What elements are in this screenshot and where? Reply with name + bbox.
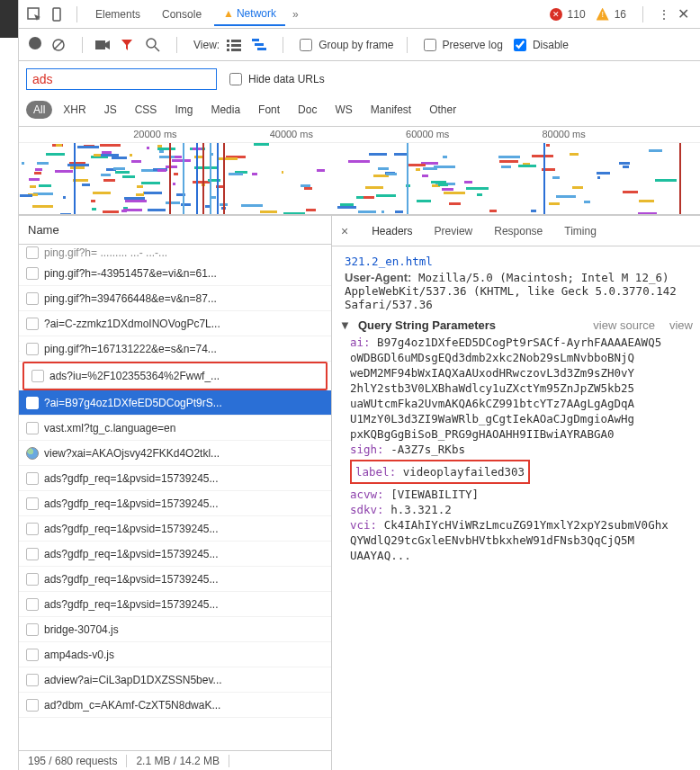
preserve-log-checkbox[interactable]: Preserve log bbox=[420, 36, 503, 54]
request-name: ad?dbm_c=AKAmf-CzXT5N8dwaK... bbox=[44, 699, 220, 712]
detail-tab-headers[interactable]: Headers bbox=[361, 219, 423, 243]
request-row[interactable]: ?ai=C-zzmkz1DXdmoINOVogPc7L... bbox=[19, 311, 331, 336]
svg-point-5 bbox=[147, 39, 156, 48]
search-icon[interactable] bbox=[146, 38, 164, 52]
user-agent-label: User-Agent: bbox=[345, 271, 411, 284]
request-row[interactable]: ping.gif?h=167131222&e=s&n=74... bbox=[19, 336, 331, 362]
disclosure-triangle-icon[interactable]: ▼ bbox=[339, 318, 351, 332]
param-ai-cont: oWDBGDl6uMDsgEQd3dmb2xkc2Nob29sLmNvbboBN… bbox=[350, 351, 698, 364]
type-filter-xhr[interactable]: XHR bbox=[56, 101, 93, 119]
request-row[interactable]: ads?gdfp_req=1&pvsid=15739245... bbox=[19, 491, 331, 516]
request-row[interactable]: amp4ads-v0.js bbox=[19, 642, 331, 667]
query-params-block: ai: B97g4oz1DXfeED5DCogPt9rSACf-AyrhFAAA… bbox=[350, 336, 698, 562]
file-icon bbox=[26, 246, 39, 259]
separator bbox=[76, 6, 77, 22]
hide-data-urls-checkbox[interactable]: Hide data URLs bbox=[226, 70, 325, 88]
file-icon bbox=[31, 370, 44, 382]
param-ai-cont: 2hlY2stb3V0LXBhaWdlcy1uZXctYm95ZnJpZW5kb… bbox=[350, 381, 698, 395]
device-icon[interactable] bbox=[48, 4, 67, 24]
file-icon bbox=[26, 674, 39, 686]
waterfall-view-icon[interactable] bbox=[252, 39, 270, 51]
file-icon bbox=[26, 623, 39, 636]
tab-network[interactable]: ▲Network bbox=[214, 2, 285, 26]
clear-icon[interactable] bbox=[51, 38, 69, 52]
request-name: ?ai=C-zzmkz1DXdmoINOVogPc7L... bbox=[44, 318, 220, 330]
separator bbox=[283, 37, 283, 53]
request-row[interactable]: ad?dbm_c=AKAmf-CzXT5N8dwaK... bbox=[19, 693, 331, 718]
filter-row: Hide data URLs bbox=[19, 61, 700, 97]
detail-tab-response[interactable]: Response bbox=[483, 219, 553, 243]
url-fragment: 321.2_en.html bbox=[345, 255, 698, 268]
type-filter-other[interactable]: Other bbox=[422, 101, 463, 119]
headers-panel: 321.2_en.html User-Agent: Mozilla/5.0 (M… bbox=[332, 246, 700, 770]
link-view-encoded[interactable]: view bbox=[669, 318, 693, 332]
type-filter-all[interactable]: All bbox=[26, 101, 52, 119]
request-row[interactable]: ads?gdfp_req=1&pvsid=15739245... bbox=[19, 542, 331, 567]
type-filter-row: AllXHRJSCSSImgMediaFontDocWSManifestOthe… bbox=[19, 97, 700, 127]
devtools-tabs: Elements Console ▲Network » ✕ 110 ! 16 ⋮… bbox=[19, 0, 700, 29]
camera-icon[interactable] bbox=[95, 39, 113, 51]
error-count[interactable]: 110 bbox=[568, 8, 586, 21]
network-toolbar: View: Group by frame Preserve log Disabl… bbox=[19, 29, 700, 61]
request-row[interactable]: ping.gif?h=394766448&e=v&n=87... bbox=[19, 286, 331, 311]
request-name: ads?gdfp_req=1&pvsid=15739245... bbox=[44, 497, 219, 510]
separator bbox=[407, 37, 408, 53]
column-name-header[interactable]: Name bbox=[19, 216, 331, 245]
error-icon: ✕ bbox=[550, 8, 562, 21]
status-bar: 195 / 680 requests 2.1 MB / 14.2 MB bbox=[19, 750, 331, 770]
overview-waterfall[interactable]: 20000 ms40000 ms60000 ms80000 ms bbox=[19, 127, 700, 215]
request-row[interactable]: ?ai=B97g4oz1DXfeED5DCogPt9rS... bbox=[19, 390, 331, 416]
request-row[interactable]: ping.gif?h=-43951457&e=vi&n=61... bbox=[19, 261, 331, 286]
request-row[interactable]: ads?gdfp_req=1&pvsid=15739245... bbox=[19, 466, 331, 491]
disable-cache-checkbox[interactable]: Disable bbox=[510, 36, 569, 54]
request-name: amp4ads-v0.js bbox=[44, 649, 114, 661]
link-view-source[interactable]: view source bbox=[593, 318, 655, 332]
type-filter-media[interactable]: Media bbox=[203, 101, 247, 119]
warning-count[interactable]: 16 bbox=[615, 8, 626, 21]
param-ai-cont: uaWUtcmFka2UvmAKQA6kCZ991btcYTz7AAgLgAgD… bbox=[350, 397, 698, 410]
file-icon bbox=[26, 548, 39, 560]
filter-input[interactable] bbox=[26, 68, 217, 90]
more-tabs[interactable]: » bbox=[289, 8, 302, 21]
type-filter-doc[interactable]: Doc bbox=[291, 101, 324, 119]
request-row[interactable]: ping.gif?h= ......... ...- ...-... bbox=[19, 245, 331, 261]
list-view-icon[interactable] bbox=[227, 39, 245, 51]
close-icon[interactable]: ✕ bbox=[672, 5, 695, 22]
type-filter-ws[interactable]: WS bbox=[328, 101, 359, 119]
tab-elements[interactable]: Elements bbox=[86, 3, 149, 26]
detail-tab-preview[interactable]: Preview bbox=[424, 219, 484, 243]
type-filter-css[interactable]: CSS bbox=[128, 101, 165, 119]
request-name: ads?gdfp_req=1&pvsid=15739245... bbox=[44, 573, 219, 586]
kebab-menu-icon[interactable]: ⋮ bbox=[652, 7, 669, 22]
request-row[interactable]: ads?gdfp_req=1&pvsid=15739245... bbox=[19, 592, 331, 617]
group-by-frame-checkbox[interactable]: Group by frame bbox=[296, 36, 393, 54]
tick-label: 80000 ms bbox=[542, 129, 585, 139]
file-icon bbox=[26, 649, 39, 661]
separator bbox=[642, 6, 643, 22]
filter-icon[interactable] bbox=[121, 39, 139, 51]
detail-tab-timing[interactable]: Timing bbox=[553, 219, 607, 243]
type-filter-manifest[interactable]: Manifest bbox=[363, 101, 418, 119]
request-row[interactable]: ads?iu=%2F102355364%2Fwwf_... bbox=[24, 363, 326, 389]
request-name: vast.xml?tg_c.language=en bbox=[44, 422, 175, 434]
request-row[interactable]: ads?gdfp_req=1&pvsid=15739245... bbox=[19, 567, 331, 592]
close-details-icon[interactable]: × bbox=[332, 224, 357, 238]
request-row[interactable]: adview?ai=CiL3apD1DXZSSN5bev... bbox=[19, 667, 331, 693]
request-row[interactable]: ads?gdfp_req=1&pvsid=15739245... bbox=[19, 516, 331, 542]
request-row[interactable]: vast.xml?tg_c.language=en bbox=[19, 416, 331, 441]
status-size: 2.1 MB / 14.2 MB bbox=[127, 755, 229, 767]
request-row[interactable]: view?xai=AKAOjsvy42FKKd4O2tkl... bbox=[19, 441, 331, 466]
param-vci-cont: QYWdlQ29tcGxleENvbHVtbkxheW91dFNsb3QqCjQ… bbox=[350, 533, 698, 547]
request-row[interactable]: bridge-30704.js bbox=[19, 617, 331, 642]
record-icon[interactable] bbox=[26, 37, 44, 52]
type-filter-font[interactable]: Font bbox=[251, 101, 287, 119]
status-requests: 195 / 680 requests bbox=[19, 755, 127, 767]
param-vci-cont: UAAYAQ... bbox=[350, 549, 698, 562]
type-filter-img[interactable]: Img bbox=[167, 101, 200, 119]
request-name: ?ai=B97g4oz1DXfeED5DCogPt9rS... bbox=[44, 397, 222, 409]
file-icon bbox=[26, 573, 39, 586]
svg-rect-11 bbox=[231, 44, 241, 47]
type-filter-js[interactable]: JS bbox=[97, 101, 124, 119]
tab-console[interactable]: Console bbox=[153, 3, 211, 26]
inspect-icon[interactable] bbox=[24, 4, 44, 24]
